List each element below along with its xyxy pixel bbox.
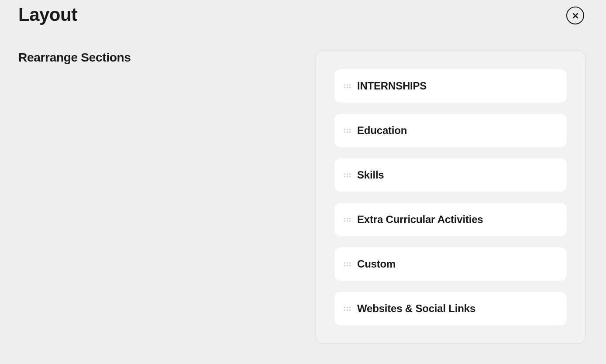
rearrange-sections-subtitle: Rearrange Sections xyxy=(18,51,131,65)
section-item-internships[interactable]: INTERNSHIPS xyxy=(334,69,567,103)
section-label: Skills xyxy=(357,169,384,181)
close-button[interactable] xyxy=(566,7,584,24)
section-label: INTERNSHIPS xyxy=(357,80,427,92)
section-label: Custom xyxy=(357,258,396,270)
drag-handle-icon[interactable] xyxy=(343,82,351,90)
section-label: Websites & Social Links xyxy=(357,302,475,315)
drag-handle-icon[interactable] xyxy=(343,127,351,134)
drag-handle-icon[interactable] xyxy=(343,260,351,268)
drag-handle-icon[interactable] xyxy=(343,305,351,312)
drag-handle-icon[interactable] xyxy=(343,216,351,223)
section-item-extra-curricular[interactable]: Extra Curricular Activities xyxy=(334,203,567,236)
drag-handle-icon[interactable] xyxy=(343,171,351,179)
section-item-skills[interactable]: Skills xyxy=(334,158,567,192)
sections-list-container: INTERNSHIPS Education Skills Extra Curri… xyxy=(316,51,585,344)
section-label: Education xyxy=(357,124,407,137)
page-title: Layout xyxy=(18,4,77,25)
section-item-custom[interactable]: Custom xyxy=(334,247,567,281)
section-item-education[interactable]: Education xyxy=(334,114,567,147)
section-label: Extra Curricular Activities xyxy=(357,213,483,226)
section-item-websites-social[interactable]: Websites & Social Links xyxy=(334,292,567,325)
close-icon xyxy=(572,12,579,19)
